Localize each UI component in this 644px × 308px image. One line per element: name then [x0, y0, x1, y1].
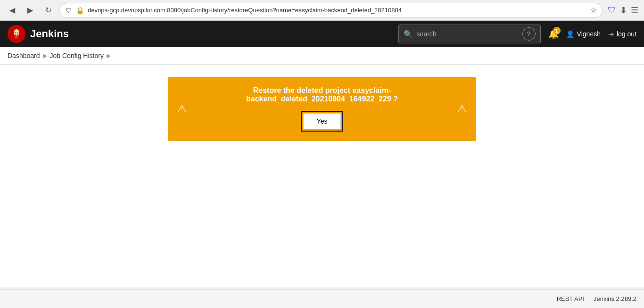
logout-icon: ⇥ [608, 30, 614, 38]
question-mark: ? [527, 30, 531, 38]
star-icon[interactable]: ☆ [590, 6, 597, 15]
forward-button[interactable]: ▶ [24, 4, 37, 17]
svg-point-5 [17, 32, 18, 33]
search-input[interactable] [417, 30, 519, 38]
yes-button-wrapper: Yes [301, 111, 344, 132]
user-menu[interactable]: 👤 Vignesh [566, 30, 601, 38]
version-label: Jenkins 2.289.2 [594, 295, 636, 302]
footer: REST API Jenkins 2.289.2 [0, 289, 644, 308]
svg-point-4 [15, 32, 16, 33]
svg-point-1 [14, 29, 19, 36]
jenkins-avatar-svg [10, 27, 23, 41]
message-suffix: ? [393, 95, 398, 103]
search-bar[interactable]: 🔍 ? [398, 25, 541, 43]
warning-banner: ⚠ ⚠ Restore the deleted project easyclai… [168, 77, 476, 141]
breadcrumb-arrow-1: ▶ [43, 52, 47, 59]
url-input[interactable] [88, 7, 586, 14]
jenkins-header: Jenkins 🔍 ? 🔔 1 👤 Vignesh ⇥ log out [0, 21, 644, 47]
yes-button[interactable]: Yes [303, 113, 341, 129]
logout-label: log out [617, 30, 636, 38]
username-label: Vignesh [577, 30, 601, 38]
notification-badge: 1 [553, 27, 561, 34]
jenkins-logo-text: Jenkins [30, 28, 69, 40]
jenkins-logo-icon [8, 25, 25, 43]
warning-icon-right: ⚠ [457, 103, 467, 115]
browser-chrome: ◀ ▶ ↻ 🛡 🔒 ☆ 🛡 ⬇ ☰ [0, 0, 644, 21]
warning-message-row: Restore the deleted project easyclaim-ba… [182, 86, 462, 103]
logout-button[interactable]: ⇥ log out [608, 30, 636, 38]
lock-icon: 🔒 [76, 7, 84, 14]
user-icon: 👤 [566, 30, 574, 38]
shield-browser-icon: 🛡 [608, 5, 616, 15]
warning-icon-left: ⚠ [177, 103, 187, 115]
warning-text: Restore the deleted project easyclaim-ba… [182, 86, 462, 103]
main-content: ⚠ ⚠ Restore the deleted project easyclai… [0, 65, 644, 287]
help-icon[interactable]: ? [522, 27, 536, 41]
browser-icons: 🛡 ⬇ ☰ [608, 5, 638, 16]
address-bar[interactable]: 🛡 🔒 ☆ [59, 3, 603, 18]
search-icon: 🔍 [404, 30, 413, 39]
reload-button[interactable]: ↻ [41, 4, 55, 17]
back-button[interactable]: ◀ [6, 4, 19, 17]
breadcrumb-arrow-2: ▶ [107, 52, 111, 59]
rest-api-link[interactable]: REST API [557, 295, 584, 302]
notification-button[interactable]: 🔔 1 [548, 29, 559, 39]
menu-icon[interactable]: ☰ [631, 5, 638, 16]
shield-icon: 🛡 [66, 7, 72, 14]
breadcrumb: Dashboard ▶ Job Config History ▶ [0, 47, 644, 65]
breadcrumb-dashboard[interactable]: Dashboard [8, 52, 40, 59]
svg-rect-6 [15, 36, 18, 39]
breadcrumb-job-config[interactable]: Job Config History [50, 52, 104, 59]
jenkins-logo: Jenkins [8, 25, 69, 43]
download-icon[interactable]: ⬇ [620, 5, 627, 16]
message-prefix: Restore the deleted project [253, 86, 350, 94]
